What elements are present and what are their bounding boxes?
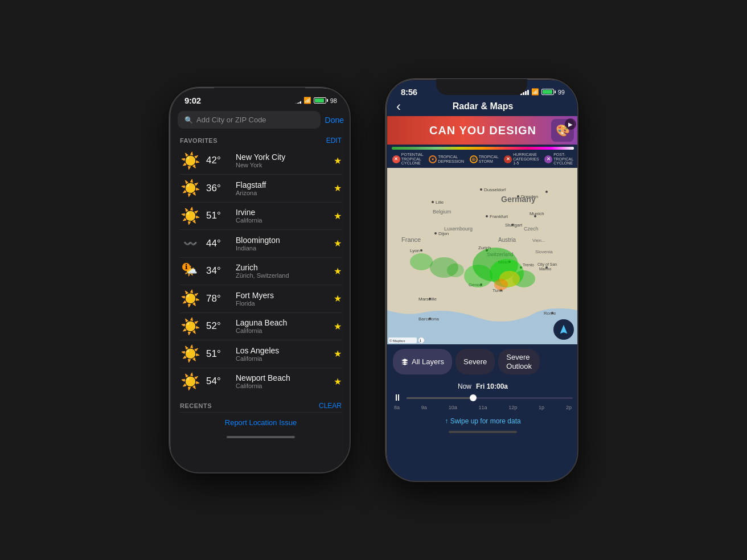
battery-percent: 98 — [330, 97, 337, 104]
location-info: New York City New York — [236, 153, 328, 168]
home-indicator-container — [387, 429, 578, 438]
svg-point-54 — [494, 279, 508, 290]
severe-button[interactable]: Severe — [455, 349, 495, 374]
timeline-labels: Now Fri 10:00a — [393, 382, 573, 390]
location-info: Zurich Zürich, Switzerland — [236, 263, 328, 279]
temperature: 51° — [206, 348, 230, 360]
temperature: 34° — [206, 265, 230, 277]
list-item[interactable]: ☀️ 36° Flagstaff Arizona ★ — [171, 175, 351, 202]
play-button[interactable]: ▶ — [565, 118, 576, 130]
swipe-hint: ↑ Swipe up for more data — [387, 414, 578, 429]
tick-11a: 11a — [478, 405, 487, 410]
favorite-star[interactable]: ★ — [334, 238, 342, 249]
svg-point-25 — [434, 232, 437, 234]
favorites-header: FAVORITES EDIT — [171, 132, 351, 147]
city-name: Zurich — [236, 263, 328, 272]
wifi-icon: 📶 — [531, 88, 539, 96]
weather-icon: ☀️ — [180, 289, 200, 309]
weather-icon: 🌤️ℹ — [180, 261, 200, 281]
report-location-button[interactable]: Report Location Issue — [171, 413, 351, 433]
city-name: New York City — [236, 153, 328, 162]
state-name: Arizona — [236, 190, 328, 196]
list-item[interactable]: ☀️ 51° Los Angeles California ★ — [171, 340, 351, 368]
city-name: Newport Beach — [236, 373, 328, 382]
clear-button[interactable]: CLEAR — [319, 402, 342, 410]
status-time: 9:02 — [184, 96, 201, 105]
favorite-star[interactable]: ★ — [334, 266, 342, 277]
pause-button[interactable]: ⏸ — [393, 393, 402, 403]
radar-map[interactable]: Germany Belgium Luxembourg France Austri… — [387, 168, 578, 344]
layer-buttons: All Layers Severe SevereOutlook — [387, 344, 578, 379]
svg-point-55 — [410, 253, 433, 270]
timeline-thumb — [470, 394, 477, 401]
favorite-star[interactable]: ★ — [334, 183, 342, 193]
search-input[interactable]: 🔍 Add City or ZIP Code — [178, 111, 321, 129]
city-name: Flagstaff — [236, 180, 328, 190]
svg-text:Dusseldorf: Dusseldorf — [484, 187, 506, 192]
favorite-star[interactable]: ★ — [334, 321, 342, 332]
temperature: 44° — [206, 238, 230, 249]
tick-2p: 2p — [566, 405, 572, 410]
ad-text: CAN YOU DESIGN — [429, 124, 536, 137]
weather-icon: ☀️ — [180, 371, 200, 392]
location-info: Irvine California — [236, 208, 328, 224]
svg-text:Vien...: Vien... — [532, 238, 545, 243]
svg-text:Marino: Marino — [539, 267, 552, 271]
list-item[interactable]: ☀️ 52° Laguna Beach California ★ — [171, 312, 351, 340]
temperature: 42° — [206, 155, 230, 166]
svg-text:Belgium: Belgium — [433, 209, 452, 215]
list-item[interactable]: ☀️ 42° New York City New York ★ — [171, 147, 351, 174]
temperature: 51° — [206, 210, 230, 221]
ad-banner[interactable]: CAN YOU DESIGN 🎨 ▶ — [387, 116, 578, 145]
radar-nav: ‹ Radar & Maps — [387, 99, 578, 116]
list-item[interactable]: ☀️ 54° Newport Beach California ★ — [171, 368, 351, 395]
list-item[interactable]: ☀️ 78° Fort Myers Florida ★ — [171, 285, 351, 312]
svg-point-17 — [432, 201, 434, 203]
search-placeholder: Add City or ZIP Code — [196, 116, 266, 124]
weather-icon: 〰️ — [180, 233, 200, 254]
svg-point-50 — [464, 265, 492, 287]
location-button[interactable] — [553, 319, 574, 340]
state-name: California — [236, 355, 328, 362]
svg-text:Dijon: Dijon — [438, 231, 449, 236]
timeline-ticks: 8a 9a 10a 11a 12p 1p 2p — [393, 403, 573, 410]
svg-text:Munich: Munich — [530, 211, 544, 216]
svg-text:Stuttgart: Stuttgart — [505, 223, 523, 228]
all-layers-button[interactable]: All Layers — [393, 349, 452, 374]
city-name: Irvine — [236, 208, 328, 217]
potential-tropical-icon: ✕ — [392, 155, 400, 163]
weather-icon: ☀️ — [180, 178, 200, 199]
favorite-star[interactable]: ★ — [334, 376, 342, 387]
current-time: Fri 10:00a — [476, 382, 508, 390]
location-info: Flagstaff Arizona — [236, 180, 328, 196]
tick-10a: 10a — [449, 405, 457, 410]
signal-icon — [293, 98, 301, 104]
favorite-star[interactable]: ★ — [334, 293, 342, 304]
post-tropical-icon: ✕ — [544, 155, 552, 163]
map-svg: Germany Belgium Luxembourg France Austri… — [387, 168, 578, 344]
favorite-star[interactable]: ★ — [334, 211, 342, 221]
favorite-star[interactable]: ★ — [334, 348, 342, 359]
color-scale-bar — [392, 147, 574, 150]
severe-outlook-button[interactable]: SevereOutlook — [498, 349, 540, 374]
battery-icon — [541, 89, 556, 95]
status-bar-left: 9:02 📶 98 — [171, 89, 351, 108]
page-title: Radar & Maps — [453, 101, 514, 112]
svg-text:Slovenia: Slovenia — [535, 249, 553, 254]
tropical-depression-icon: ● — [429, 155, 437, 163]
timeline-progress — [407, 397, 473, 399]
legend-post-tropical: ✕ POST-TROPICALCYCLONE — [544, 153, 573, 166]
done-button[interactable]: Done — [325, 116, 344, 125]
favorite-star[interactable]: ★ — [334, 155, 342, 166]
list-item[interactable]: 🌤️ℹ 34° Zurich Zürich, Switzerland ★ — [171, 257, 351, 285]
edit-button[interactable]: EDIT — [326, 137, 342, 145]
svg-text:Lyon: Lyon — [410, 248, 420, 253]
back-button[interactable]: ‹ — [396, 98, 401, 114]
recents-header: RECENTS CLEAR — [171, 397, 351, 412]
timeline-bar[interactable] — [407, 397, 573, 399]
list-item[interactable]: ☀️ 51° Irvine California ★ — [171, 202, 351, 229]
list-item[interactable]: 〰️ 44° Bloomington Indiana ★ — [171, 230, 351, 257]
timeline-controls: ⏸ — [393, 393, 573, 403]
state-name: California — [236, 217, 328, 224]
status-time: 8:56 — [401, 87, 417, 97]
